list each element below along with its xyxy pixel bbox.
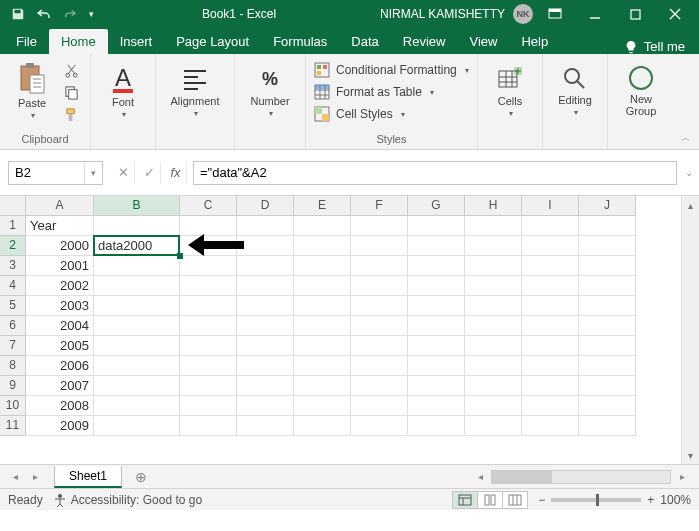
column-header[interactable]: C bbox=[180, 196, 237, 216]
cell[interactable] bbox=[237, 276, 294, 296]
cell[interactable] bbox=[465, 416, 522, 436]
cell[interactable] bbox=[522, 216, 579, 236]
minimize-icon[interactable] bbox=[577, 0, 613, 28]
tab-home[interactable]: Home bbox=[49, 29, 108, 54]
cell[interactable] bbox=[237, 236, 294, 256]
cell[interactable] bbox=[579, 296, 636, 316]
qat-customize-icon[interactable]: ▾ bbox=[84, 3, 98, 25]
cell[interactable] bbox=[579, 376, 636, 396]
cell[interactable] bbox=[294, 356, 351, 376]
cell[interactable] bbox=[465, 376, 522, 396]
tab-formulas[interactable]: Formulas bbox=[261, 29, 339, 54]
tab-insert[interactable]: Insert bbox=[108, 29, 165, 54]
tab-help[interactable]: Help bbox=[509, 29, 560, 54]
row-header[interactable]: 6 bbox=[0, 316, 26, 336]
cell[interactable] bbox=[408, 376, 465, 396]
page-break-view-icon[interactable] bbox=[502, 491, 528, 509]
row-header[interactable]: 8 bbox=[0, 356, 26, 376]
cell[interactable] bbox=[351, 396, 408, 416]
cell[interactable] bbox=[465, 336, 522, 356]
cell[interactable] bbox=[294, 396, 351, 416]
row-header[interactable]: 4 bbox=[0, 276, 26, 296]
cell[interactable]: 2002 bbox=[26, 276, 94, 296]
cell[interactable] bbox=[351, 416, 408, 436]
scroll-down-icon[interactable]: ▾ bbox=[682, 446, 699, 464]
zoom-in-icon[interactable]: + bbox=[647, 493, 654, 507]
sheet-nav-next-icon[interactable]: ▸ bbox=[26, 468, 44, 486]
enter-formula-icon[interactable]: ✓ bbox=[139, 162, 161, 184]
cell[interactable]: 2001 bbox=[26, 256, 94, 276]
cell[interactable] bbox=[294, 256, 351, 276]
cell[interactable] bbox=[522, 356, 579, 376]
cell[interactable] bbox=[94, 296, 180, 316]
cell[interactable] bbox=[180, 376, 237, 396]
format-as-table-button[interactable]: Format as Table▾ bbox=[314, 82, 469, 102]
cell[interactable]: 2005 bbox=[26, 336, 94, 356]
sheet-tab[interactable]: Sheet1 bbox=[54, 466, 122, 488]
row-header[interactable]: 11 bbox=[0, 416, 26, 436]
tab-review[interactable]: Review bbox=[391, 29, 458, 54]
redo-icon[interactable] bbox=[58, 3, 82, 25]
ribbon-display-icon[interactable] bbox=[537, 0, 573, 28]
cell[interactable] bbox=[180, 216, 237, 236]
tell-me[interactable]: Tell me bbox=[614, 39, 695, 54]
cell[interactable] bbox=[237, 296, 294, 316]
cell[interactable]: 2007 bbox=[26, 376, 94, 396]
cell[interactable] bbox=[180, 356, 237, 376]
row-header[interactable]: 7 bbox=[0, 336, 26, 356]
cell[interactable] bbox=[522, 316, 579, 336]
scroll-up-icon[interactable]: ▴ bbox=[682, 196, 699, 214]
cell-styles-button[interactable]: Cell Styles▾ bbox=[314, 104, 469, 124]
tab-file[interactable]: File bbox=[4, 29, 49, 54]
cell[interactable] bbox=[579, 396, 636, 416]
zoom-out-icon[interactable]: − bbox=[538, 493, 545, 507]
cell[interactable] bbox=[465, 296, 522, 316]
accessibility-status[interactable]: Accessibility: Good to go bbox=[53, 493, 202, 507]
cell[interactable] bbox=[180, 336, 237, 356]
cell[interactable] bbox=[351, 356, 408, 376]
cell[interactable] bbox=[237, 416, 294, 436]
column-header[interactable]: H bbox=[465, 196, 522, 216]
cell[interactable] bbox=[180, 416, 237, 436]
cell[interactable] bbox=[522, 416, 579, 436]
cell[interactable]: 2009 bbox=[26, 416, 94, 436]
cell[interactable] bbox=[237, 356, 294, 376]
cell[interactable] bbox=[351, 296, 408, 316]
cell[interactable] bbox=[579, 356, 636, 376]
cancel-formula-icon[interactable]: ✕ bbox=[113, 162, 135, 184]
insert-function-icon[interactable]: fx bbox=[165, 162, 187, 184]
cell[interactable] bbox=[351, 376, 408, 396]
cell[interactable] bbox=[408, 416, 465, 436]
cell[interactable] bbox=[294, 376, 351, 396]
cell[interactable] bbox=[351, 276, 408, 296]
cell[interactable]: 2003 bbox=[26, 296, 94, 316]
maximize-icon[interactable] bbox=[617, 0, 653, 28]
cell[interactable]: data2000 bbox=[94, 236, 180, 256]
worksheet-grid[interactable]: ABCDEFGHIJ 1234567891011 Year2000data200… bbox=[0, 196, 699, 464]
column-header[interactable]: J bbox=[579, 196, 636, 216]
cell[interactable] bbox=[465, 256, 522, 276]
cell[interactable]: 2008 bbox=[26, 396, 94, 416]
save-icon[interactable] bbox=[6, 3, 30, 25]
cell[interactable] bbox=[408, 396, 465, 416]
cell[interactable] bbox=[237, 336, 294, 356]
editing-button[interactable]: Editing▾ bbox=[551, 58, 599, 124]
font-button[interactable]: A Font▾ bbox=[99, 58, 147, 124]
number-button[interactable]: % Number▾ bbox=[243, 58, 297, 124]
cell[interactable] bbox=[408, 276, 465, 296]
cell[interactable] bbox=[180, 296, 237, 316]
cell[interactable] bbox=[522, 336, 579, 356]
cell[interactable] bbox=[237, 316, 294, 336]
cell[interactable] bbox=[579, 236, 636, 256]
cell[interactable] bbox=[94, 396, 180, 416]
cell[interactable] bbox=[94, 316, 180, 336]
page-layout-view-icon[interactable] bbox=[477, 491, 503, 509]
cell[interactable] bbox=[94, 276, 180, 296]
cell[interactable] bbox=[408, 356, 465, 376]
column-header[interactable]: E bbox=[294, 196, 351, 216]
select-all-corner[interactable] bbox=[0, 196, 26, 216]
column-header[interactable]: I bbox=[522, 196, 579, 216]
cell[interactable] bbox=[351, 236, 408, 256]
namebox-dropdown-icon[interactable]: ▾ bbox=[84, 162, 102, 184]
cell[interactable] bbox=[294, 236, 351, 256]
